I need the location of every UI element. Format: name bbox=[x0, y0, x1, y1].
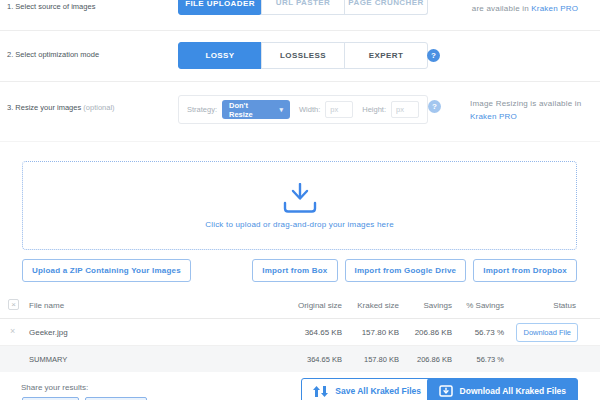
header-pct-savings: % Savings bbox=[466, 301, 504, 310]
tab-page-cruncher[interactable]: PAGE CRUNCHER bbox=[344, 0, 428, 15]
header-status: Status bbox=[553, 301, 576, 310]
resize-pro-note: Image Resizing is available in Kraken PR… bbox=[470, 97, 595, 123]
upload-arrow-icon bbox=[283, 183, 317, 213]
import-dropbox-button[interactable]: Import from Dropbox bbox=[473, 259, 577, 282]
share-results-label: Share your results: bbox=[21, 383, 88, 392]
mode-lossy[interactable]: LOSSY bbox=[178, 42, 262, 69]
clear-all-icon[interactable]: × bbox=[8, 299, 19, 310]
file-name-cell: Geeker.jpg bbox=[29, 328, 68, 337]
source-tabs: FILE UPLOADER URL PASTER PAGE CRUNCHER bbox=[178, 0, 428, 15]
transfer-arrows-icon bbox=[313, 386, 328, 397]
pro-note-top: are available in Kraken PRO bbox=[455, 4, 595, 13]
import-buttons: Import from Box Import from Google Drive… bbox=[252, 259, 577, 282]
optional-suffix: (optional) bbox=[83, 103, 114, 112]
save-all-label: Save All Kraked Files bbox=[335, 386, 421, 396]
header-savings: Savings bbox=[424, 301, 452, 310]
tab-url-paster[interactable]: URL PASTER bbox=[261, 0, 345, 15]
mode-expert[interactable]: EXPERT bbox=[344, 42, 428, 69]
strategy-dropdown[interactable]: Don't Resize ▾ bbox=[222, 100, 290, 119]
resize-panel: Strategy: Don't Resize ▾ Width: Height: bbox=[178, 95, 428, 124]
height-input[interactable] bbox=[391, 101, 419, 118]
resize-note-text: Image Resizing is available in bbox=[470, 99, 581, 108]
original-size-cell: 364.65 KB bbox=[305, 328, 342, 337]
dropzone-text: Click to upload or drag-and-drop your im… bbox=[205, 220, 394, 229]
separator bbox=[0, 141, 600, 142]
upload-zip-button[interactable]: Upload a ZIP Containing Your Images bbox=[22, 259, 191, 282]
height-label: Height: bbox=[362, 105, 386, 114]
strategy-value: Don't Resize bbox=[229, 101, 273, 119]
summary-savings: 206.86 KB bbox=[417, 355, 452, 364]
remove-file-icon[interactable]: × bbox=[10, 327, 15, 336]
step1-label: 1. Select source of images bbox=[7, 2, 95, 11]
optimization-help-icon[interactable]: ? bbox=[427, 49, 440, 62]
step2-label: 2. Select optimization mode bbox=[7, 50, 99, 59]
separator bbox=[0, 30, 600, 31]
separator bbox=[0, 81, 600, 82]
kraken-pro-link-2[interactable]: Kraken PRO bbox=[470, 112, 517, 121]
table-row: × Geeker.jpg 364.65 KB 157.80 KB 206.86 … bbox=[0, 319, 600, 346]
save-all-kraked-files-button[interactable]: Save All Kraked Files bbox=[301, 378, 433, 400]
header-file-name: File name bbox=[29, 301, 64, 310]
resize-help-icon[interactable]: ? bbox=[428, 100, 441, 113]
summary-row: SUMMARY 364.65 KB 157.80 KB 206.86 KB 56… bbox=[0, 346, 600, 372]
summary-label: SUMMARY bbox=[29, 355, 67, 364]
step3-label: 3. Resize your images (optional) bbox=[7, 103, 115, 112]
width-label: Width: bbox=[299, 105, 320, 114]
download-box-icon bbox=[439, 385, 453, 397]
savings-cell: 206.86 KB bbox=[415, 328, 452, 337]
tab-file-uploader[interactable]: FILE UPLOADER bbox=[178, 0, 262, 15]
download-file-button[interactable]: Download File bbox=[516, 323, 578, 342]
mode-lossless[interactable]: LOSSLESS bbox=[261, 42, 345, 69]
optimization-mode-buttons: LOSSY LOSSLESS EXPERT bbox=[178, 42, 428, 69]
summary-pct: 56.73 % bbox=[476, 355, 504, 364]
kraken-optimizer-app: 1. Select source of images FILE UPLOADER… bbox=[0, 0, 600, 400]
upload-dropzone[interactable]: Click to upload or drag-and-drop your im… bbox=[22, 161, 577, 250]
header-kraked-size: Kraked size bbox=[357, 301, 399, 310]
chevron-down-icon: ▾ bbox=[279, 106, 283, 114]
import-google-drive-button[interactable]: Import from Google Drive bbox=[345, 259, 467, 282]
kraken-pro-link[interactable]: Kraken PRO bbox=[531, 4, 578, 13]
download-all-kraked-files-button[interactable]: Download All Kraked Files bbox=[427, 378, 578, 400]
results-table-header: × File name Original size Kraked size Sa… bbox=[0, 292, 600, 319]
width-input[interactable] bbox=[325, 101, 353, 118]
summary-kraked: 157.80 KB bbox=[364, 355, 399, 364]
strategy-label: Strategy: bbox=[187, 105, 217, 114]
pro-note-text: are available in bbox=[472, 4, 529, 13]
import-box-button[interactable]: Import from Box bbox=[252, 259, 337, 282]
pct-savings-cell: 56.73 % bbox=[475, 328, 504, 337]
summary-original: 364.65 KB bbox=[307, 355, 342, 364]
header-original-size: Original size bbox=[298, 301, 342, 310]
download-all-label: Download All Kraked Files bbox=[460, 386, 566, 396]
kraked-size-cell: 157.80 KB bbox=[362, 328, 399, 337]
